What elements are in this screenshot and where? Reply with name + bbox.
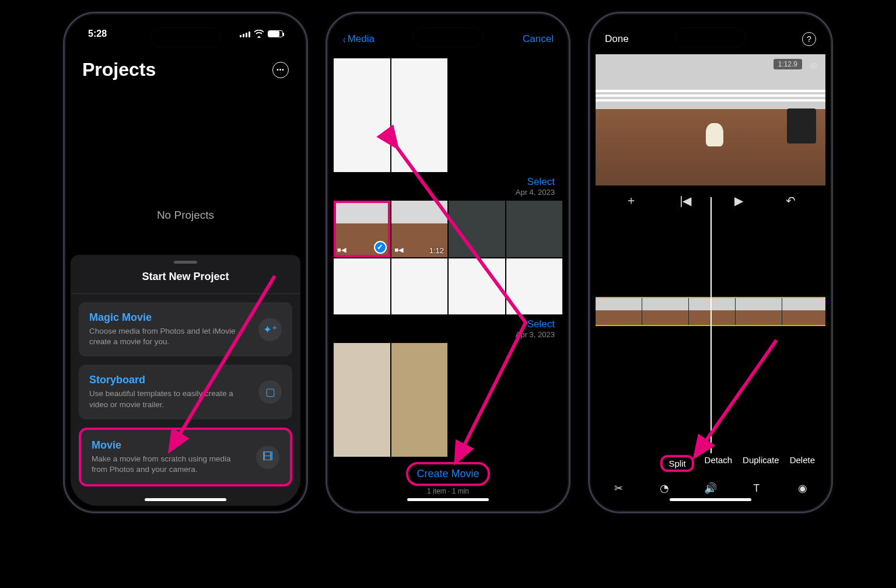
media-thumbnail[interactable]: ■◀ 1:12 (391, 200, 449, 258)
clip-frame[interactable] (596, 298, 642, 325)
media-thumbnail[interactable] (333, 58, 391, 173)
sheet-title: Start New Project (71, 271, 300, 294)
empty-state: No Projects (71, 209, 300, 222)
wand-icon: ✦⁺ (258, 318, 282, 341)
annotation-arrow (689, 334, 794, 471)
moment-date: Apr 3, 2023 (516, 330, 555, 339)
help-button[interactable]: ? (802, 32, 816, 46)
home-indicator[interactable] (670, 498, 751, 501)
detach-button[interactable]: Detach (705, 455, 733, 472)
option-storyboard[interactable]: Storyboard Use beautiful templates to ea… (79, 365, 292, 419)
delete-button[interactable]: Delete (790, 455, 815, 472)
done-button[interactable]: Done (605, 33, 629, 45)
media-thumbnail-selected[interactable]: ■◀ ✓ (333, 200, 391, 258)
clip-frame[interactable] (736, 298, 782, 325)
storyboard-icon: ▢ (258, 380, 282, 404)
duplicate-button[interactable]: Duplicate (743, 455, 779, 472)
select-button[interactable]: Select (527, 176, 555, 188)
dynamic-island (150, 27, 220, 47)
option-desc: Choose media from Photos and let iMovie … (89, 326, 250, 347)
scissors-icon[interactable]: ✂ (610, 481, 627, 495)
media-thumbnail[interactable] (333, 258, 391, 316)
preview-decoration (596, 99, 825, 102)
option-magic-movie[interactable]: Magic Movie Choose media from Photos and… (79, 302, 292, 356)
svg-line-1 (695, 340, 776, 457)
clip-frame[interactable] (782, 298, 825, 325)
preview-decoration (706, 123, 723, 146)
text-icon[interactable]: T (748, 481, 765, 495)
moment-date: Apr 4, 2023 (516, 188, 555, 197)
option-desc: Use beautiful templates to easily create… (89, 388, 250, 410)
create-movie-button[interactable]: Create Movie (406, 462, 489, 486)
playhead[interactable] (710, 197, 712, 453)
dynamic-island (413, 27, 483, 47)
speed-icon[interactable]: ◔ (656, 481, 673, 495)
undo-button[interactable]: ↶ (786, 194, 796, 208)
home-indicator[interactable] (407, 498, 489, 501)
page-title: Projects (82, 59, 156, 80)
status-time: 5:28 (88, 29, 107, 39)
media-thumbnail[interactable] (391, 342, 449, 457)
home-indicator[interactable] (145, 498, 226, 501)
phone-3-editor: Done My Movie ? 1:12.9 ⊕ ＋ |◀ ▶ ↶ Split (588, 12, 833, 513)
zoom-icon[interactable]: ⊕ (806, 58, 821, 73)
check-icon: ✓ (374, 241, 387, 254)
phone-1-projects: 5:28 Projects ••• No Projects Start New … (63, 12, 308, 513)
battery-icon (268, 30, 283, 37)
media-thumbnail[interactable] (391, 258, 449, 316)
phone-2-moments: ‹Media Moments Cancel Select Apr 4, 2023… (326, 12, 570, 513)
preview-decoration (787, 108, 816, 144)
video-duration: 1:12 (429, 246, 444, 255)
option-title: Magic Movie (89, 312, 250, 324)
media-thumbnail[interactable] (448, 258, 506, 316)
timestamp-badge: 1:12.9 (774, 59, 802, 69)
split-button[interactable]: Split (660, 455, 694, 472)
wifi-icon (254, 30, 264, 38)
dynamic-island (676, 27, 746, 47)
signal-icon (240, 30, 250, 37)
video-preview[interactable]: 1:12.9 ⊕ (596, 54, 825, 186)
play-button[interactable]: ▶ (734, 194, 743, 208)
option-desc: Make a movie from scratch using media fr… (92, 454, 248, 475)
clip-frame[interactable] (642, 298, 689, 325)
media-thumbnail[interactable] (391, 58, 449, 173)
video-icon: ■◀ (337, 246, 346, 254)
media-thumbnail[interactable] (333, 342, 391, 457)
clip-frame[interactable] (689, 298, 736, 325)
cancel-button[interactable]: Cancel (523, 33, 554, 45)
sheet-grabber[interactable] (174, 261, 197, 264)
media-thumbnail[interactable] (506, 258, 564, 316)
create-subtext: 1 item · 1 min (333, 487, 563, 495)
filters-icon[interactable]: ◉ (794, 481, 811, 495)
volume-icon[interactable]: 🔊 (702, 481, 719, 495)
film-icon: 🎞 (256, 446, 279, 469)
back-button[interactable]: ‹Media (342, 32, 374, 46)
option-title: Movie (92, 439, 248, 452)
media-thumbnail[interactable] (448, 200, 506, 258)
select-button[interactable]: Select (527, 318, 555, 330)
option-movie[interactable]: Movie Make a movie from scratch using me… (79, 428, 292, 487)
more-button[interactable]: ••• (272, 62, 289, 78)
media-thumbnail[interactable] (506, 200, 564, 258)
add-media-button[interactable]: ＋ (625, 192, 637, 208)
new-project-sheet: Start New Project Magic Movie Choose med… (71, 255, 300, 506)
option-title: Storyboard (89, 374, 250, 386)
skip-back-button[interactable]: |◀ (680, 194, 691, 208)
video-icon: ■◀ (395, 246, 404, 254)
